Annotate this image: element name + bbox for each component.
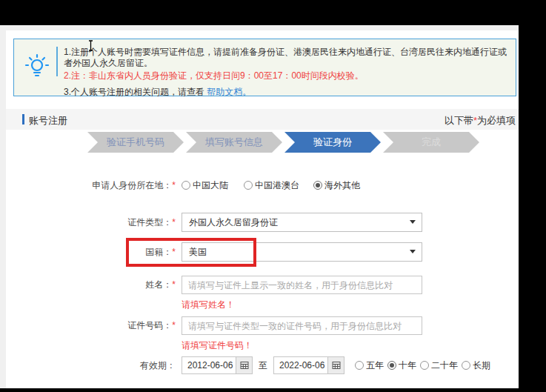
cert-type-select[interactable]: 外国人永久居留身份证 <box>182 213 422 232</box>
calendar-button-end[interactable] <box>327 357 344 373</box>
validity-start-datebox <box>182 356 253 374</box>
nationality-value: 美国 <box>189 247 207 257</box>
calendar-button-start[interactable] <box>236 357 252 373</box>
nationality-row: 国籍：* 美国 <box>6 242 519 262</box>
nationality-label: 国籍：* <box>6 246 176 259</box>
title-accent-bar <box>22 114 24 124</box>
cert-number-row: 证件号码：* <box>6 316 519 335</box>
notice-line-1: 1.注册个人账号时需要填写证件信息，请提前准备身份证、港澳居民往来内地通行证、台… <box>64 47 510 69</box>
required-star: * <box>172 217 176 227</box>
step-account-info: 填写账号信息 <box>186 132 282 153</box>
cert-number-label: 证件号码：* <box>6 319 176 332</box>
required-star: * <box>172 279 176 290</box>
validity-start-input[interactable] <box>182 357 236 373</box>
validity-to-text: 至 <box>259 359 267 372</box>
radio-icon[interactable] <box>244 181 253 190</box>
location-row: 申请人身份所在地：* 中国大陆 中国港澳台 海外其他 <box>6 177 519 193</box>
calendar-icon <box>240 361 249 370</box>
required-fields-hint: 以下带*为必填项 <box>445 114 516 127</box>
radio-icon[interactable] <box>462 361 470 370</box>
name-error-row: 请填写姓名！ <box>6 299 519 310</box>
radio-mainland-china[interactable]: 中国大陆 <box>182 179 228 192</box>
radio-long-term[interactable]: 长期 <box>462 359 490 372</box>
content-panel: 1.注册个人账号时需要填写证件信息，请提前准备身份证、港澳居民往来内地通行证、台… <box>6 30 519 388</box>
required-star: * <box>172 247 176 257</box>
cert-number-input[interactable] <box>182 316 422 335</box>
chevron-down-icon <box>410 220 416 224</box>
radio-hk-macao-taiwan[interactable]: 中国港澳台 <box>244 179 299 192</box>
text-cursor <box>87 40 94 51</box>
required-star: * <box>172 320 176 330</box>
radio-icon[interactable] <box>420 361 429 370</box>
radio-icon-checked[interactable] <box>387 361 396 370</box>
step-complete: 完成 <box>383 132 479 153</box>
radio-twenty-years[interactable]: 二十年 <box>420 359 458 372</box>
validity-end-datebox <box>273 356 344 374</box>
radio-icon[interactable] <box>355 361 364 370</box>
name-error-text: 请填写姓名！ <box>182 299 235 310</box>
radio-ten-years[interactable]: 十年 <box>387 359 416 372</box>
lightbulb-icon <box>24 53 50 79</box>
validity-row: 有效期： 至 <box>6 356 519 374</box>
cert-type-row: 证件类型：* 外国人永久居留身份证 <box>6 213 519 232</box>
notice-line-3: 3.个人账号注册的相关问题，请查看 帮助文档。 <box>64 87 510 98</box>
radio-overseas-other[interactable]: 海外其他 <box>313 179 360 192</box>
notice-divider <box>56 47 58 76</box>
name-row: 姓名：* <box>6 276 519 294</box>
notice-line-2: 2.注：非山东省内人员身份验证，仅支持日间9：00至17：00时间段内校验。 <box>64 70 510 82</box>
nationality-select[interactable]: 美国 <box>182 242 422 262</box>
location-label: 申请人身份所在地：* <box>6 179 176 192</box>
required-star: * <box>172 180 176 190</box>
notice-line-3-text: 3.个人账号注册的相关问题，请查看 <box>64 87 207 97</box>
radio-icon[interactable] <box>182 181 190 190</box>
page-title: 账号注册 <box>29 114 67 127</box>
chevron-down-icon <box>410 250 416 253</box>
help-doc-link[interactable]: 帮助文档。 <box>207 87 251 97</box>
cert-type-value: 外国人永久居留身份证 <box>189 217 278 227</box>
step-indicator: 验证手机号码 填写账号信息 验证身份 完成 <box>87 132 482 153</box>
validity-end-input[interactable] <box>274 357 327 373</box>
cert-number-error-text: 请填写证件号码！ <box>182 339 253 351</box>
section-header: 账号注册 以下带*为必填项 <box>6 109 519 130</box>
radio-five-years[interactable]: 五年 <box>355 359 384 372</box>
name-label: 姓名：* <box>6 279 176 291</box>
page-background: 1.注册个人账号时需要填写证件信息，请提前准备身份证、港澳居民往来内地通行证、台… <box>0 25 519 388</box>
cert-type-label: 证件类型：* <box>6 216 176 229</box>
step-verify-phone: 验证手机号码 <box>87 132 184 153</box>
radio-icon-checked[interactable] <box>313 181 322 190</box>
name-input[interactable] <box>182 276 422 294</box>
calendar-icon <box>332 361 341 370</box>
validity-label: 有效期： <box>6 359 176 372</box>
step-verify-identity: 验证身份 <box>284 132 381 153</box>
cert-number-error-row: 请填写证件号码！ <box>6 339 519 351</box>
